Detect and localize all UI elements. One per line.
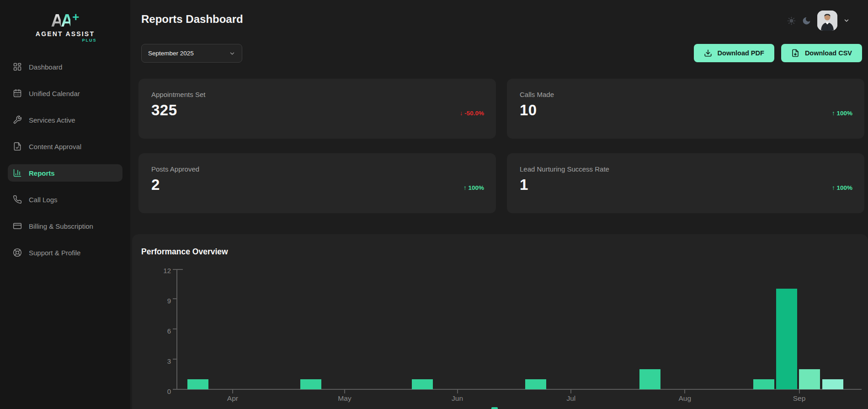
x-axis-label-jul: Jul [556,394,586,403]
user-avatar[interactable] [817,11,837,31]
x-axis-tick [799,390,800,393]
stat-card: Appointments Set325↓ -50.0% [138,79,496,139]
trend-arrow-icon: ↑ [463,184,467,191]
dashboard-icon [13,62,22,71]
trend-arrow-icon: ↓ [460,110,463,117]
sidebar-nav: DashboardUnified CalendarServices Active… [0,58,130,270]
sidebar-item-label: Support & Profile [29,249,80,257]
y-axis-line [176,269,177,390]
stats-grid: Appointments Set325↓ -50.0%Calls Made10↑… [138,79,864,213]
sidebar-item-label: Reports [29,169,55,177]
user-area [787,10,850,31]
sidebar-item-dashboard[interactable]: Dashboard [8,58,122,75]
y-axis-tick [173,389,176,390]
x-axis-label-sep: Sep [785,394,814,403]
sidebar-item-support-profile[interactable]: Support & Profile [8,244,122,261]
stat-trend: ↓ -50.0% [460,110,484,117]
sidebar-item-content-approval[interactable]: Content Approval [8,138,122,155]
brand-monogram: A A + [51,12,79,29]
sidebar-item-label: Call Logs [29,196,58,204]
brand-letter-a1: A [51,12,60,29]
stat-value: 2 [151,176,160,194]
chart-bar [799,369,820,389]
stat-label: Calls Made [520,91,554,98]
stat-card: Lead Nurturing Success Rate1↑ 100% [507,153,864,213]
chart-bar [412,379,433,389]
chart-bar [187,379,208,389]
stat-value: 10 [520,102,537,119]
brand-suffix: PLUS [34,38,97,43]
page-title: Reports Dashboard [141,13,243,26]
moon-icon[interactable] [802,16,811,26]
stat-value: 325 [151,102,177,119]
x-axis-label-jun: Jun [443,394,472,403]
chevron-down-icon [229,50,235,57]
x-axis-label-aug: Aug [670,394,699,403]
sidebar-item-label: Content Approval [29,143,81,151]
download-pdf-button[interactable]: Download PDF [694,44,774,62]
y-axis-tick [173,269,176,270]
y-axis-top-cap [176,269,183,270]
stat-trend: ↑ 100% [832,184,852,191]
sidebar-item-label: Services Active [29,116,75,124]
file-check-icon [13,142,22,151]
y-axis-label: 12 [153,267,171,274]
chart-bar [300,379,321,389]
stat-card: Calls Made10↑ 100% [507,79,864,139]
stat-card: Posts Approved2↑ 100% [138,153,496,213]
download-icon [704,49,712,57]
brand-logo: A A + AGENT ASSIST PLUS [0,0,130,43]
legend-cutoff-mark [491,407,498,409]
x-axis-tick [457,390,458,393]
y-axis-label: 0 [153,387,171,395]
stat-value: 1 [520,176,528,194]
x-axis-label-may: May [330,394,359,403]
x-axis-label-apr: Apr [218,394,247,403]
sidebar-item-billing-subscription[interactable]: Billing & Subscription [8,217,122,235]
x-axis-tick [344,390,345,393]
sidebar-item-unified-calendar[interactable]: Unified Calendar [8,85,122,102]
chart-bar [822,379,843,389]
y-axis-label: 6 [153,327,171,335]
x-axis-tick [232,390,233,393]
sidebar-item-label: Unified Calendar [29,90,80,97]
y-axis-label: 3 [153,357,171,365]
brand-plus-glyph: + [72,11,79,29]
download-buttons: Download PDF Download CSV [694,44,862,62]
credit-card-icon [13,221,22,231]
stat-label: Posts Approved [151,165,199,173]
sidebar-item-reports[interactable]: Reports [8,164,122,182]
y-axis-tick [173,328,176,329]
x-axis-tick [684,390,685,393]
sidebar: A A + AGENT ASSIST PLUS DashboardUnified… [0,0,130,409]
brand-name: AGENT ASSIST [36,30,95,38]
sidebar-item-label: Dashboard [29,63,62,71]
chart-bar [753,379,774,389]
month-select[interactable]: September 2025 [141,44,242,63]
sidebar-item-services-active[interactable]: Services Active [8,111,122,129]
x-axis-tick [570,390,571,393]
performance-overview-panel: Performance Overview 036912AprMayJunJulA… [132,234,868,409]
month-select-value: September 2025 [148,50,194,57]
brand-letter-a2: A [61,12,70,29]
sun-icon[interactable] [787,16,796,25]
stat-label: Appointments Set [151,91,205,98]
wrench-icon [13,115,22,124]
phone-icon [13,195,22,204]
y-axis-tick [173,298,176,299]
trend-arrow-icon: ↑ [832,110,835,117]
user-menu-chevron-icon[interactable] [843,17,850,24]
bar-chart-plot: 036912AprMayJunJulAugSep [176,269,862,390]
y-axis-label: 9 [153,297,171,305]
stat-label: Lead Nurturing Success Rate [520,165,609,173]
download-pdf-label: Download PDF [718,49,764,57]
chart-title: Performance Overview [141,247,228,257]
download-csv-button[interactable]: Download CSV [781,44,862,62]
trend-arrow-icon: ↑ [832,184,835,191]
sidebar-item-call-logs[interactable]: Call Logs [8,191,122,208]
sidebar-item-label: Billing & Subscription [29,222,93,230]
stat-trend: ↑ 100% [463,184,484,191]
chart-bar [639,369,660,389]
download-csv-label: Download CSV [805,49,852,57]
bar-chart-icon [13,168,22,178]
